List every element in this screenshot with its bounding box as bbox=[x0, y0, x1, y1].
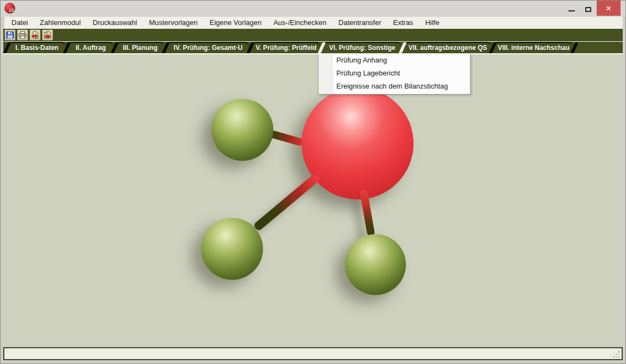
menu-item-pruefung-anhang[interactable]: Prüfung Anhang bbox=[318, 54, 470, 67]
menu-zahlenmodul[interactable]: Zahlenmodul bbox=[34, 17, 86, 29]
menu-aus-einchecken[interactable]: Aus-/Einchecken bbox=[267, 17, 333, 29]
window-controls: ✕ bbox=[563, 1, 621, 16]
tab-auftrag[interactable]: II. Auftrag bbox=[68, 42, 113, 53]
checkout-button[interactable] bbox=[29, 29, 41, 41]
tab-planung[interactable]: III. Planung bbox=[116, 42, 164, 53]
tab-dropdown-menu: Prüfung Anhang Prüfung Lagebericht Ereig… bbox=[318, 54, 471, 95]
molecule-sphere-green bbox=[345, 234, 406, 295]
tab-auftragsbezogene-qs[interactable]: VII. auftragsbezogene QS bbox=[404, 42, 491, 53]
menu-item-ereignisse-bilanzstichtag[interactable]: Ereignisse nach dem Bilanzstichtag bbox=[318, 80, 470, 93]
checkin-document-icon bbox=[43, 31, 52, 39]
tab-interne-nachschau[interactable]: VIII. interne Nachschau bbox=[494, 42, 573, 53]
save-button[interactable] bbox=[4, 29, 16, 41]
save-icon bbox=[6, 31, 14, 39]
menu-datentransfer[interactable]: Datentransfer bbox=[333, 17, 387, 29]
app-icon: 15 bbox=[4, 3, 15, 14]
menu-extras[interactable]: Extras bbox=[387, 17, 420, 29]
menu-bar: Datei Zahlenmodul Druckauswahl Mustervor… bbox=[3, 17, 623, 29]
toolbar bbox=[3, 29, 623, 42]
maximize-icon bbox=[585, 7, 591, 12]
content-area: Prüfung Anhang Prüfung Lagebericht Ereig… bbox=[3, 54, 623, 345]
tab-pruefung-prueffeld[interactable]: V. Prüfung: Prüffeld bbox=[252, 42, 320, 53]
print-icon bbox=[18, 31, 27, 39]
checkout-document-icon bbox=[31, 31, 39, 39]
menu-datei[interactable]: Datei bbox=[5, 17, 34, 29]
molecule-sphere-red bbox=[302, 87, 414, 199]
title-bar: 15 ✕ bbox=[1, 1, 625, 17]
resize-grip[interactable] bbox=[613, 351, 621, 359]
molecule-sphere-green bbox=[201, 218, 263, 280]
menu-druckauswahl[interactable]: Druckauswahl bbox=[87, 17, 143, 29]
application-window: 15 ✕ Datei Zahlenmodul Druckauswahl Must… bbox=[0, 0, 626, 364]
molecule-bond bbox=[253, 173, 321, 232]
menu-item-pruefung-lagebericht[interactable]: Prüfung Lagebericht bbox=[318, 67, 470, 80]
menu-mustervorlagen[interactable]: Mustervorlagen bbox=[143, 17, 204, 29]
print-button[interactable] bbox=[17, 29, 28, 41]
tab-basis-daten[interactable]: I. Basis-Daten bbox=[9, 42, 65, 53]
close-button[interactable]: ✕ bbox=[597, 1, 621, 16]
tab-bar: I. Basis-Daten II. Auftrag III. Planung … bbox=[3, 42, 623, 53]
menu-eigene-vorlagen[interactable]: Eigene Vorlagen bbox=[204, 17, 267, 29]
status-bar bbox=[3, 347, 623, 360]
tab-pruefung-sonstige-active[interactable]: VI. Prüfung: Sonstige bbox=[323, 42, 401, 53]
molecule-sphere-green bbox=[211, 99, 273, 161]
menu-hilfe[interactable]: Hilfe bbox=[419, 17, 445, 29]
minimize-icon bbox=[568, 10, 575, 11]
tab-pruefung-gesamt-u[interactable]: IV. Prüfung: Gesamt-U bbox=[167, 42, 249, 53]
maximize-button[interactable] bbox=[580, 1, 597, 16]
window-body: Datei Zahlenmodul Druckauswahl Mustervor… bbox=[3, 17, 623, 360]
checkin-button[interactable] bbox=[42, 29, 53, 41]
minimize-button[interactable] bbox=[563, 1, 580, 16]
